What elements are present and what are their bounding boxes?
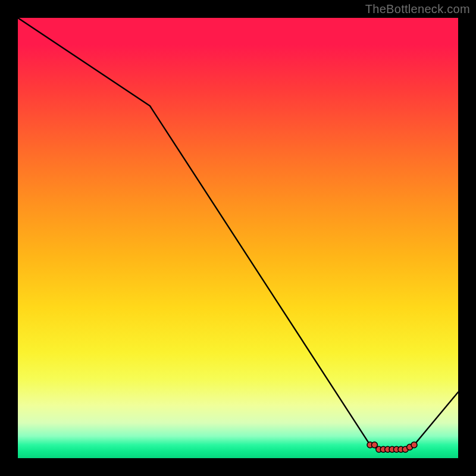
source-label: TheBottleneck.com: [365, 2, 470, 16]
chart-frame: TheBottleneck.com: [0, 0, 476, 476]
series-markers: [367, 442, 417, 452]
plot-area: [18, 18, 458, 458]
series-polyline: [18, 18, 458, 449]
line-chart-svg: [18, 18, 458, 458]
data-marker: [411, 442, 417, 448]
line-series: [18, 18, 458, 449]
